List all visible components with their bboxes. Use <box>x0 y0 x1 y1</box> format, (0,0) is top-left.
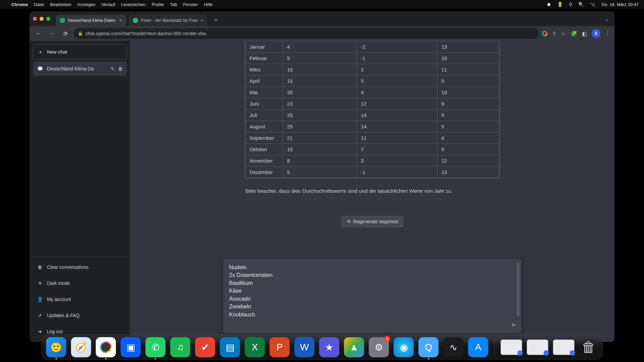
table-cell: 9 <box>437 98 499 110</box>
dock-voice-memos[interactable]: ∿ <box>443 337 464 357</box>
share-icon[interactable]: ⇧ <box>552 31 556 37</box>
history-item[interactable]: 💬 Deutschland Klima-Da ✎ 🗑 <box>33 62 127 76</box>
dock-minimized-window[interactable] <box>527 340 548 355</box>
dock-trash[interactable]: 🗑 <box>579 337 598 358</box>
back-button[interactable]: ← <box>34 28 44 39</box>
bookmark-star-icon[interactable]: ☆ <box>561 31 566 37</box>
profile-avatar[interactable]: S <box>592 29 600 38</box>
table-row: März10211 <box>246 64 499 75</box>
forward-button[interactable]: → <box>47 28 57 39</box>
dock-zoom[interactable]: ▣ <box>121 337 141 357</box>
extensions-puzzle-icon[interactable]: 🧩 <box>571 31 577 37</box>
message-composer[interactable]: ➤ <box>223 259 522 333</box>
table-cell: November <box>246 155 283 167</box>
close-tab-icon[interactable]: × <box>119 18 122 23</box>
tabs-overflow-icon[interactable]: ⌄ <box>603 16 611 22</box>
tab-title: Deutschland Klima-Daten. <box>68 18 116 23</box>
table-row: Juli25149 <box>246 110 499 121</box>
delete-trash-icon[interactable]: 🗑 <box>118 66 123 71</box>
dock-chrome[interactable] <box>96 337 116 357</box>
table-cell: 9 <box>437 110 499 121</box>
textarea-scrollbar[interactable] <box>517 263 520 316</box>
kebab-menu-icon[interactable]: ⋮ <box>605 31 610 37</box>
updates-faq-button[interactable]: ↗ Updates & FAQ <box>33 308 127 322</box>
table-cell: 9 <box>437 144 499 155</box>
menu-verlauf[interactable]: Verlauf <box>102 2 115 7</box>
menu-hilfe[interactable]: Hilfe <box>204 2 213 7</box>
dock-trello[interactable]: ▤ <box>220 337 240 357</box>
openai-favicon-icon <box>60 18 65 23</box>
close-window-button[interactable] <box>33 17 37 21</box>
battery-icon[interactable]: 🔋 <box>557 2 563 7</box>
clear-conversations-button[interactable]: 🗑 Clear conversations <box>33 260 127 274</box>
dock-excel[interactable]: X <box>245 337 265 357</box>
dock-minimized-window[interactable] <box>553 340 575 355</box>
menu-bearbeiten[interactable]: Bearbeiten <box>50 2 71 7</box>
dock-safari[interactable]: 🧭 <box>71 337 91 357</box>
regenerate-label: Regenerate response <box>353 219 398 224</box>
chrome-window: Deutschland Klima-Daten. × Fiverr - der … <box>30 11 614 342</box>
table-cell: 10 <box>437 53 499 64</box>
table-cell: 2 <box>357 64 437 75</box>
table-cell: 20 <box>283 87 357 98</box>
table-cell: 11 <box>437 64 499 75</box>
dock-todoist[interactable]: ✔ <box>195 337 215 357</box>
dock-whatsapp[interactable]: ✆ <box>146 337 166 357</box>
address-bar[interactable]: 🔒 chat.openai.com/chat?model=text-davinc… <box>74 28 539 39</box>
dock-imovie[interactable]: ★ <box>319 337 339 357</box>
new-tab-button[interactable]: + <box>211 15 221 25</box>
my-account-button[interactable]: 👤 My account <box>33 292 127 306</box>
table-cell: 12 <box>357 98 437 110</box>
menu-fenster[interactable]: Fenster <box>183 2 198 7</box>
menubar-clock[interactable]: Do. 16. März 20:47 <box>601 2 639 7</box>
dock-siri[interactable]: ◉ <box>394 337 414 357</box>
menu-profile[interactable]: Profile <box>152 2 164 7</box>
table-cell: August <box>246 121 283 132</box>
menu-anzeigen[interactable]: Anzeigen <box>77 2 95 7</box>
dock-spotify[interactable]: ♫ <box>170 337 191 357</box>
dock-word[interactable]: W <box>294 337 315 357</box>
google-account-icon[interactable] <box>542 31 547 36</box>
control-center-icon[interactable]: ⌥ <box>590 2 595 7</box>
dock-minimized-window[interactable] <box>501 340 522 355</box>
message-textarea[interactable] <box>229 263 505 327</box>
menu-datei[interactable]: Datei <box>34 2 44 7</box>
table-cell: Dezember <box>246 167 283 178</box>
chat-bubble-icon: 💬 <box>37 66 43 71</box>
sidepanel-icon[interactable]: ◧ <box>582 31 587 37</box>
wifi-icon[interactable]: ⚲ <box>569 2 572 7</box>
table-cell: Juni <box>246 98 283 110</box>
table-cell: Juli <box>246 110 283 121</box>
table-cell: 8 <box>283 155 357 167</box>
maximize-window-button[interactable] <box>46 17 50 21</box>
dock-google-drive[interactable]: ▲ <box>344 337 364 357</box>
edit-pencil-icon[interactable]: ✎ <box>111 66 115 71</box>
menu-lesezeichen[interactable]: Lesezeichen <box>121 2 146 7</box>
dark-mode-button[interactable]: ☀ Dark mode <box>33 276 127 290</box>
page-content: ＋ New chat 💬 Deutschland Klima-Da ✎ 🗑 🗑 … <box>30 41 614 342</box>
dock-powerpoint[interactable]: P <box>270 337 290 357</box>
mac-menubar: Chrome Datei Bearbeiten Anzeigen Verlauf… <box>0 0 644 9</box>
table-row: Oktober1579 <box>246 144 499 155</box>
tab-active[interactable]: Deutschland Klima-Daten. × <box>56 15 126 26</box>
dock-quicktime[interactable]: Q <box>419 337 439 357</box>
minimize-window-button[interactable] <box>40 17 44 21</box>
dock-finder[interactable]: 🙂 <box>46 337 66 357</box>
reload-button[interactable]: ⟳ <box>60 28 70 39</box>
menu-tab[interactable]: Tab <box>170 2 177 7</box>
screen-record-icon[interactable]: ⏺ <box>546 2 551 7</box>
table-cell: September <box>246 132 283 144</box>
table-row: Mai20910 <box>246 87 499 98</box>
close-tab-icon[interactable]: × <box>200 18 203 23</box>
send-icon[interactable]: ➤ <box>511 321 516 328</box>
spotlight-icon[interactable]: 🔍 <box>578 2 584 7</box>
menubar-app-name[interactable]: Chrome <box>11 2 28 7</box>
dock-system-settings[interactable]: ⚙1 <box>369 337 389 357</box>
table-cell: 14 <box>357 110 437 121</box>
new-chat-button[interactable]: ＋ New chat <box>33 44 127 60</box>
table-cell: Mai <box>246 87 283 98</box>
regenerate-response-button[interactable]: ⟲ Regenerate response <box>341 216 404 227</box>
lock-icon: 🔒 <box>78 31 83 36</box>
tab-inactive[interactable]: Fiverr - der Marktplatz für Free × <box>129 15 207 26</box>
dock-app-store[interactable]: A <box>468 337 488 357</box>
